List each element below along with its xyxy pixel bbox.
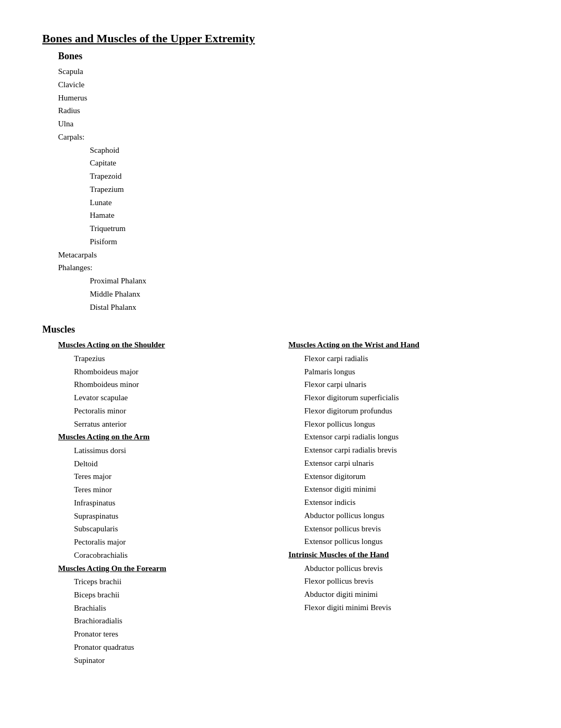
right-muscle-column: Muscles Acting on the Wrist and Hand Fle… [288, 338, 519, 667]
carpal-pisiform: Pisiform [90, 235, 519, 248]
list-item: Triceps brachii [74, 575, 288, 588]
list-item: Latissimus dorsi [74, 444, 288, 457]
carpal-lunate: Lunate [90, 196, 519, 209]
list-item: Serratus anterior [74, 418, 288, 431]
phalanx-middle: Middle Phalanx [90, 288, 519, 301]
list-item: Rhomboideus minor [74, 378, 288, 391]
carpal-triquetrum: Triquetrum [90, 222, 519, 235]
list-item: Pectoralis minor [74, 404, 288, 418]
bone-ulna: Ulna [58, 117, 519, 131]
bone-scapula: Scapula [58, 65, 519, 78]
list-item: Extensor carpi radialis brevis [304, 444, 519, 457]
carpal-trapezium: Trapezium [90, 183, 519, 196]
carpal-hamate: Hamate [90, 209, 519, 222]
list-item: Flexor digitorum profundus [304, 404, 519, 418]
list-item: Abductor digiti minimi [304, 588, 519, 601]
carpal-scaphoid: Scaphoid [90, 144, 519, 157]
list-item: Pectoralis major [74, 536, 288, 549]
list-item: Infraspinatus [74, 496, 288, 510]
list-item: Flexor carpi ulnaris [304, 378, 519, 391]
arm-muscles-heading: Muscles Acting on the Arm [58, 430, 288, 444]
list-item: Extensor pollicus longus [304, 535, 519, 548]
list-item: Abductor pollicus longus [304, 509, 519, 522]
list-item: Pronator quadratus [74, 641, 288, 654]
list-item: Pronator teres [74, 628, 288, 641]
list-item: Teres major [74, 470, 288, 483]
phalanx-distal: Distal Phalanx [90, 301, 519, 314]
metacarpals-label: Metacarpals [58, 248, 519, 262]
bone-radius: Radius [58, 104, 519, 117]
list-item: Extensor pollicus brevis [304, 522, 519, 536]
forearm-muscles-heading: Muscles Acting On the Forearm [58, 562, 288, 576]
list-item: Palmaris longus [304, 365, 519, 379]
list-item: Subscapularis [74, 522, 288, 536]
list-item: Extensor carpi ulnaris [304, 457, 519, 470]
wrist-hand-muscles-heading: Muscles Acting on the Wrist and Hand [288, 338, 519, 352]
list-item: Levator scapulae [74, 391, 288, 404]
list-item: Supinator [74, 654, 288, 667]
bones-heading: Bones [58, 51, 519, 62]
bone-humerus: Humerus [58, 91, 519, 105]
list-item: Brachioradialis [74, 614, 288, 628]
bone-clavicle: Clavicle [58, 78, 519, 91]
page-title: Bones and Muscles of the Upper Extremity [42, 32, 519, 45]
list-item: Supraspinatus [74, 510, 288, 523]
list-item: Flexor digitorum superficialis [304, 391, 519, 404]
list-item: Flexor digiti minimi Brevis [304, 601, 519, 614]
list-item: Rhomboideus major [74, 365, 288, 379]
list-item: Trapezius [74, 352, 288, 365]
list-item: Extensor carpi radialis longus [304, 430, 519, 444]
intrinsic-hand-muscles-heading: Intrinsic Muscles of the Hand [288, 548, 519, 562]
list-item: Extensor indicis [304, 496, 519, 509]
list-item: Coracobrachialis [74, 549, 288, 562]
shoulder-muscles-heading: Muscles Acting on the Shoulder [58, 338, 288, 352]
list-item: Abductor pollicus brevis [304, 562, 519, 575]
phalanges-label: Phalanges: [58, 261, 519, 274]
carpals-label: Carpals: [58, 131, 519, 144]
list-item: Extensor digiti minimi [304, 483, 519, 496]
list-item: Brachialis [74, 602, 288, 615]
list-item: Flexor pollicus longus [304, 418, 519, 431]
carpal-capitate: Capitate [90, 156, 519, 170]
list-item: Deltoid [74, 457, 288, 471]
list-item: Extensor digitorum [304, 470, 519, 483]
carpal-trapezoid: Trapezoid [90, 170, 519, 183]
list-item: Teres minor [74, 483, 288, 496]
list-item: Biceps brachii [74, 588, 288, 602]
muscles-heading: Muscles [42, 324, 519, 335]
list-item: Flexor pollicus brevis [304, 575, 519, 588]
left-muscle-column: Muscles Acting on the Shoulder Trapezius… [58, 338, 288, 667]
phalanx-proximal: Proximal Phalanx [90, 274, 519, 288]
list-item: Flexor carpi radialis [304, 352, 519, 365]
